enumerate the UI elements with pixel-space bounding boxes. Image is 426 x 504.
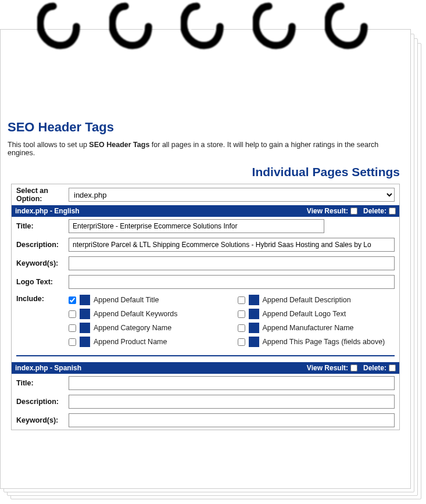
subtext-bold: SEO Header Tags — [89, 141, 149, 149]
bar-title: index.php - Spanish — [15, 364, 301, 372]
color-swatch — [249, 295, 259, 305]
logotext-row: Logo Text: — [12, 273, 399, 291]
include-checkbox[interactable] — [69, 296, 76, 304]
select-label: Select an Option: — [16, 187, 69, 203]
include-checkbox[interactable] — [238, 296, 245, 304]
keywords-label: Keyword(s): — [16, 416, 69, 424]
description-input-es[interactable] — [69, 395, 395, 409]
color-swatch — [249, 309, 259, 319]
divider — [16, 355, 395, 356]
include-option-label: Append This Page Tags (fields above) — [263, 338, 385, 346]
title-label: Title: — [16, 379, 69, 387]
ring-icon — [253, 0, 296, 55]
view-result-item: View Result: — [307, 364, 357, 372]
subtext-pre: This tool allows to set up — [8, 141, 89, 149]
keywords-row: Keyword(s): — [12, 254, 399, 273]
keywords-input[interactable] — [69, 256, 395, 270]
include-grid: Append Default TitleAppend Default Descr… — [69, 295, 395, 347]
settings-panel: Select an Option: index.php index.php - … — [11, 184, 400, 430]
color-swatch — [80, 337, 90, 347]
include-option-label: Append Category Name — [94, 324, 171, 332]
include-option-label: Append Default Logo Text — [263, 310, 346, 318]
include-option: Append Default Keywords — [69, 309, 226, 319]
ring-icon — [325, 0, 368, 55]
include-option: Append Default Title — [69, 295, 226, 305]
include-checkbox[interactable] — [238, 338, 245, 346]
delete-item: Delete: — [363, 207, 396, 215]
include-checkbox[interactable] — [238, 310, 245, 318]
delete-item: Delete: — [363, 364, 396, 372]
delete-label: Delete: — [363, 207, 386, 215]
include-option: Append Default Description — [238, 295, 395, 305]
keywords-row-es: Keyword(s): — [12, 411, 399, 430]
view-result-checkbox[interactable] — [350, 208, 357, 215]
page-select[interactable]: index.php — [69, 188, 395, 202]
view-result-label: View Result: — [307, 207, 348, 215]
spiral-binding — [0, 0, 406, 55]
description-input[interactable] — [69, 238, 395, 252]
include-checkbox[interactable] — [69, 310, 76, 318]
title-row: Title: — [12, 217, 399, 235]
include-checkbox[interactable] — [69, 338, 76, 346]
include-option: Append Manufacturer Name — [238, 323, 395, 333]
description-row: Description: — [12, 235, 399, 254]
include-option: Append This Page Tags (fields above) — [238, 337, 395, 347]
english-bar: index.php - English View Result: Delete: — [12, 205, 399, 217]
page-stack: SEO Header Tags This tool allows to set … — [0, 29, 426, 504]
include-option-label: Append Default Title — [94, 296, 159, 304]
description-label: Description: — [16, 241, 69, 249]
include-row: Include: Append Default TitleAppend Defa… — [12, 291, 399, 353]
keywords-input-es[interactable] — [69, 413, 395, 427]
section-title: Individual Pages Settings — [8, 165, 403, 179]
include-option-label: Append Product Name — [94, 338, 167, 346]
color-swatch — [249, 323, 259, 333]
title-input[interactable] — [69, 219, 324, 233]
delete-label: Delete: — [363, 364, 386, 372]
color-swatch — [80, 295, 90, 305]
page-heading: SEO Header Tags — [8, 120, 403, 135]
description-row-es: Description: — [12, 392, 399, 411]
title-input-es[interactable] — [69, 376, 395, 390]
logotext-label: Logo Text: — [16, 278, 69, 286]
ring-icon — [109, 0, 153, 55]
include-option: Append Default Logo Text — [238, 309, 395, 319]
include-option-label: Append Default Keywords — [94, 310, 178, 318]
ring-icon — [37, 0, 81, 55]
color-swatch — [80, 309, 90, 319]
view-result-item: View Result: — [307, 207, 357, 215]
include-option: Append Category Name — [69, 323, 226, 333]
view-result-checkbox[interactable] — [350, 364, 357, 371]
include-checkbox[interactable] — [69, 324, 76, 332]
color-swatch — [249, 337, 259, 347]
color-swatch — [80, 323, 90, 333]
ring-icon — [181, 0, 224, 55]
spanish-bar: index.php - Spanish View Result: Delete: — [12, 362, 399, 374]
include-option-label: Append Manufacturer Name — [263, 324, 354, 332]
main-page: SEO Header Tags This tool allows to set … — [0, 29, 411, 489]
view-result-label: View Result: — [307, 364, 348, 372]
include-label: Include: — [16, 295, 69, 303]
include-option-label: Append Default Description — [263, 296, 351, 304]
include-checkbox[interactable] — [238, 324, 245, 332]
select-row: Select an Option: index.php — [12, 184, 399, 205]
include-option: Append Product Name — [69, 337, 226, 347]
bar-title: index.php - English — [15, 207, 301, 215]
title-row-es: Title: — [12, 374, 399, 392]
description-label: Description: — [16, 398, 69, 406]
keywords-label: Keyword(s): — [16, 259, 69, 267]
logotext-input[interactable] — [69, 275, 395, 289]
page-subtext: This tool allows to set up SEO Header Ta… — [8, 141, 403, 157]
title-label: Title: — [16, 222, 69, 230]
delete-checkbox[interactable] — [389, 208, 396, 215]
delete-checkbox[interactable] — [389, 364, 396, 371]
